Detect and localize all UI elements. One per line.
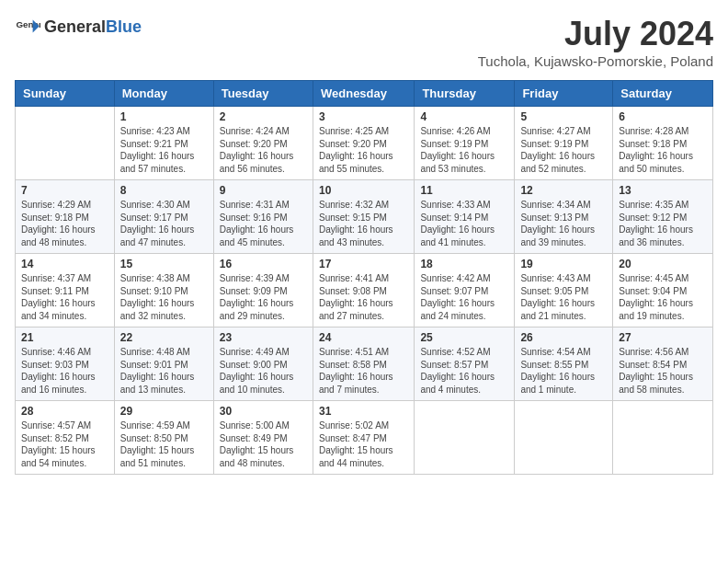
calendar-cell: 17Sunrise: 4:41 AM Sunset: 9:08 PM Dayli… (313, 254, 414, 327)
title-area: July 2024 Tuchola, Kujawsko-Pomorskie, P… (478, 15, 713, 69)
calendar-table: SundayMondayTuesdayWednesdayThursdayFrid… (15, 80, 713, 475)
calendar-cell: 2Sunrise: 4:24 AM Sunset: 9:20 PM Daylig… (213, 107, 313, 180)
day-info: Sunrise: 4:56 AM Sunset: 8:54 PM Dayligh… (619, 346, 707, 396)
calendar-cell: 10Sunrise: 4:32 AM Sunset: 9:15 PM Dayli… (313, 180, 414, 254)
calendar-week-row: 14Sunrise: 4:37 AM Sunset: 9:11 PM Dayli… (16, 254, 713, 327)
calendar-cell: 6Sunrise: 4:28 AM Sunset: 9:18 PM Daylig… (613, 107, 713, 180)
calendar-cell: 22Sunrise: 4:48 AM Sunset: 9:01 PM Dayli… (114, 327, 213, 401)
calendar-week-row: 7Sunrise: 4:29 AM Sunset: 9:18 PM Daylig… (16, 180, 713, 254)
day-number: 1 (120, 110, 208, 123)
calendar-week-row: 21Sunrise: 4:46 AM Sunset: 9:03 PM Dayli… (16, 327, 713, 401)
calendar-cell: 18Sunrise: 4:42 AM Sunset: 9:07 PM Dayli… (415, 254, 515, 327)
calendar-cell: 27Sunrise: 4:56 AM Sunset: 8:54 PM Dayli… (613, 327, 713, 401)
logo-icon: General (15, 15, 40, 40)
calendar-cell: 19Sunrise: 4:43 AM Sunset: 9:05 PM Dayli… (515, 254, 613, 327)
day-info: Sunrise: 4:37 AM Sunset: 9:11 PM Dayligh… (21, 272, 108, 322)
day-info: Sunrise: 4:45 AM Sunset: 9:04 PM Dayligh… (619, 272, 707, 322)
page-header: General GeneralBlue July 2024 Tuchola, K… (15, 15, 713, 69)
day-info: Sunrise: 4:28 AM Sunset: 9:18 PM Dayligh… (619, 125, 707, 175)
calendar-cell: 23Sunrise: 4:49 AM Sunset: 9:00 PM Dayli… (213, 327, 313, 401)
weekday-header-saturday: Saturday (613, 81, 713, 107)
day-info: Sunrise: 5:00 AM Sunset: 8:49 PM Dayligh… (220, 419, 307, 469)
calendar-cell: 3Sunrise: 4:25 AM Sunset: 9:20 PM Daylig… (313, 107, 414, 180)
calendar-cell: 13Sunrise: 4:35 AM Sunset: 9:12 PM Dayli… (613, 180, 713, 254)
day-info: Sunrise: 4:54 AM Sunset: 8:55 PM Dayligh… (520, 346, 607, 396)
day-number: 12 (520, 184, 607, 197)
weekday-header-tuesday: Tuesday (213, 81, 313, 107)
logo-general-text: General (44, 17, 106, 36)
day-number: 30 (220, 405, 307, 418)
calendar-cell: 7Sunrise: 4:29 AM Sunset: 9:18 PM Daylig… (16, 180, 115, 254)
calendar-cell: 16Sunrise: 4:39 AM Sunset: 9:09 PM Dayli… (213, 254, 313, 327)
day-number: 14 (21, 258, 108, 270)
logo: General GeneralBlue (15, 15, 142, 40)
day-number: 9 (220, 184, 307, 197)
weekday-header-sunday: Sunday (16, 81, 115, 107)
day-info: Sunrise: 4:34 AM Sunset: 9:13 PM Dayligh… (520, 199, 607, 248)
day-info: Sunrise: 4:31 AM Sunset: 9:16 PM Dayligh… (220, 199, 307, 248)
day-number: 7 (21, 184, 108, 197)
weekday-header-friday: Friday (515, 81, 613, 107)
calendar-week-row: 28Sunrise: 4:57 AM Sunset: 8:52 PM Dayli… (16, 401, 713, 475)
day-info: Sunrise: 4:23 AM Sunset: 9:21 PM Dayligh… (120, 125, 208, 175)
weekday-header-wednesday: Wednesday (313, 81, 414, 107)
subtitle: Tuchola, Kujawsko-Pomorskie, Poland (478, 53, 713, 69)
day-info: Sunrise: 4:49 AM Sunset: 9:00 PM Dayligh… (220, 346, 307, 396)
day-info: Sunrise: 4:32 AM Sunset: 9:15 PM Dayligh… (319, 199, 408, 248)
day-info: Sunrise: 4:38 AM Sunset: 9:10 PM Dayligh… (120, 272, 208, 322)
day-number: 19 (520, 258, 607, 270)
day-info: Sunrise: 4:43 AM Sunset: 9:05 PM Dayligh… (520, 272, 607, 322)
day-info: Sunrise: 4:26 AM Sunset: 9:19 PM Dayligh… (420, 125, 508, 175)
day-number: 6 (619, 110, 707, 123)
calendar-cell: 30Sunrise: 5:00 AM Sunset: 8:49 PM Dayli… (213, 401, 313, 475)
calendar-cell: 15Sunrise: 4:38 AM Sunset: 9:10 PM Dayli… (114, 254, 213, 327)
day-number: 31 (319, 405, 408, 418)
calendar-cell: 9Sunrise: 4:31 AM Sunset: 9:16 PM Daylig… (213, 180, 313, 254)
day-number: 26 (520, 331, 607, 344)
day-number: 2 (220, 110, 307, 123)
calendar-cell: 20Sunrise: 4:45 AM Sunset: 9:04 PM Dayli… (613, 254, 713, 327)
day-number: 24 (319, 331, 408, 344)
calendar-cell: 1Sunrise: 4:23 AM Sunset: 9:21 PM Daylig… (114, 107, 213, 180)
day-number: 10 (319, 184, 408, 197)
weekday-header-thursday: Thursday (415, 81, 515, 107)
calendar-cell: 8Sunrise: 4:30 AM Sunset: 9:17 PM Daylig… (114, 180, 213, 254)
day-info: Sunrise: 4:59 AM Sunset: 8:50 PM Dayligh… (120, 419, 208, 469)
day-info: Sunrise: 4:35 AM Sunset: 9:12 PM Dayligh… (619, 199, 707, 248)
day-info: Sunrise: 4:29 AM Sunset: 9:18 PM Dayligh… (21, 199, 108, 248)
calendar-cell: 14Sunrise: 4:37 AM Sunset: 9:11 PM Dayli… (16, 254, 115, 327)
day-info: Sunrise: 4:33 AM Sunset: 9:14 PM Dayligh… (420, 199, 508, 248)
calendar-cell: 4Sunrise: 4:26 AM Sunset: 9:19 PM Daylig… (415, 107, 515, 180)
day-number: 27 (619, 331, 707, 344)
day-info: Sunrise: 4:30 AM Sunset: 9:17 PM Dayligh… (120, 199, 208, 248)
calendar-cell: 28Sunrise: 4:57 AM Sunset: 8:52 PM Dayli… (16, 401, 115, 475)
day-number: 16 (220, 258, 307, 270)
calendar-cell (613, 401, 713, 475)
calendar-cell: 29Sunrise: 4:59 AM Sunset: 8:50 PM Dayli… (114, 401, 213, 475)
day-number: 29 (120, 405, 208, 418)
day-info: Sunrise: 4:27 AM Sunset: 9:19 PM Dayligh… (520, 125, 607, 175)
day-number: 8 (120, 184, 208, 197)
calendar-cell: 25Sunrise: 4:52 AM Sunset: 8:57 PM Dayli… (415, 327, 515, 401)
day-info: Sunrise: 4:25 AM Sunset: 9:20 PM Dayligh… (319, 125, 408, 175)
calendar-cell: 11Sunrise: 4:33 AM Sunset: 9:14 PM Dayli… (415, 180, 515, 254)
day-info: Sunrise: 4:42 AM Sunset: 9:07 PM Dayligh… (420, 272, 508, 322)
day-info: Sunrise: 4:52 AM Sunset: 8:57 PM Dayligh… (420, 346, 508, 396)
day-info: Sunrise: 4:41 AM Sunset: 9:08 PM Dayligh… (319, 272, 408, 322)
day-info: Sunrise: 4:46 AM Sunset: 9:03 PM Dayligh… (21, 346, 108, 396)
calendar-cell: 26Sunrise: 4:54 AM Sunset: 8:55 PM Dayli… (515, 327, 613, 401)
logo-blue-text: Blue (106, 17, 142, 36)
weekday-header-monday: Monday (114, 81, 213, 107)
day-number: 13 (619, 184, 707, 197)
calendar-cell (16, 107, 115, 180)
day-number: 15 (120, 258, 208, 270)
day-info: Sunrise: 5:02 AM Sunset: 8:47 PM Dayligh… (319, 419, 408, 469)
weekday-header-row: SundayMondayTuesdayWednesdayThursdayFrid… (16, 81, 713, 107)
day-info: Sunrise: 4:39 AM Sunset: 9:09 PM Dayligh… (220, 272, 307, 322)
day-number: 5 (520, 110, 607, 123)
calendar-cell: 24Sunrise: 4:51 AM Sunset: 8:58 PM Dayli… (313, 327, 414, 401)
day-number: 28 (21, 405, 108, 418)
day-info: Sunrise: 4:57 AM Sunset: 8:52 PM Dayligh… (21, 419, 108, 469)
calendar-cell (515, 401, 613, 475)
day-number: 22 (120, 331, 208, 344)
